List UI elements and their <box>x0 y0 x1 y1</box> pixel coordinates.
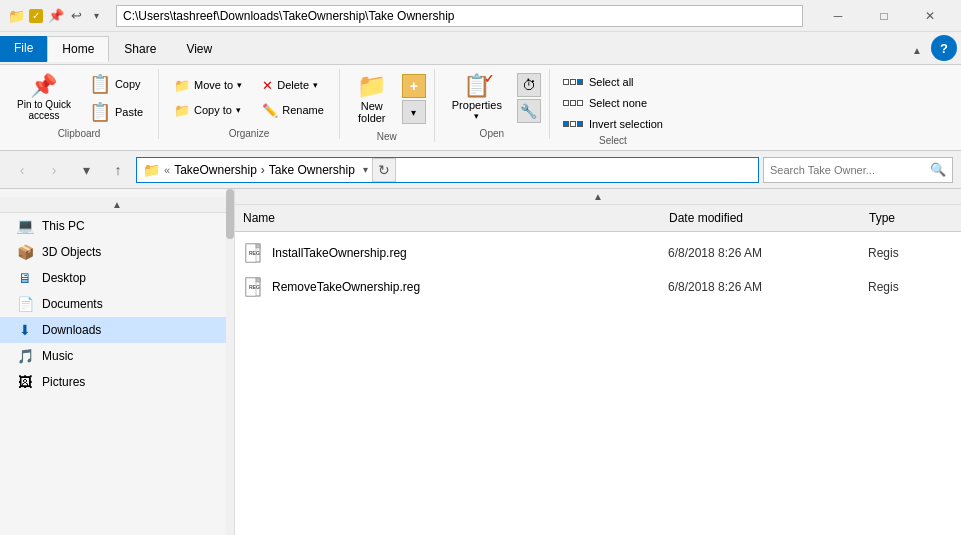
paste-button[interactable]: 📋 Paste <box>82 99 150 125</box>
sidebar-label-music: Music <box>42 349 73 363</box>
invert-selection-button[interactable]: Invert selection <box>558 115 668 133</box>
titlebar-quick-access: 📁 ✓ 📌 ↩ ▾ <box>8 8 104 24</box>
new-folder-button[interactable]: 📁 Newfolder <box>348 69 396 129</box>
copy-button[interactable]: 📋 Copy <box>82 71 150 97</box>
sidebar-label-3d-objects: 3D Objects <box>42 245 101 259</box>
title-bar: 📁 ✓ 📌 ↩ ▾ C:\Users\tashreef\Downloads\Ta… <box>0 0 961 32</box>
sidebar-item-this-pc[interactable]: 💻 This PC <box>0 213 234 239</box>
tab-home[interactable]: Home <box>47 36 109 62</box>
ribbon-group-select: Select all Select none Invert selection <box>550 69 676 146</box>
sidebar-scrollbar[interactable] <box>226 189 234 535</box>
back-button[interactable]: ‹ <box>8 156 36 184</box>
maximize-button[interactable]: □ <box>861 0 907 32</box>
sidebar-item-downloads[interactable]: ⬇ Downloads <box>0 317 234 343</box>
tab-view[interactable]: View <box>171 36 227 62</box>
sidebar-label-documents: Documents <box>42 297 103 311</box>
up-button[interactable]: ↑ <box>104 156 132 184</box>
main-content: ▲ 💻 This PC 📦 3D Objects 🖥 Desktop 📄 Doc… <box>0 189 961 535</box>
file-area: ▲ Name Date modified Type <box>235 189 961 535</box>
titlebar-icon-back[interactable]: ↩ <box>68 8 84 24</box>
ribbon-content: 📌 Pin to Quickaccess 📋 Copy 📋 Paste Clip… <box>0 65 961 151</box>
file-type-cell-1: Regis <box>860 244 960 262</box>
file-date-cell-1: 6/8/2018 8:26 AM <box>660 244 860 262</box>
sidebar-item-pictures[interactable]: 🖼 Pictures <box>0 369 234 395</box>
titlebar-icon-dropdown[interactable]: ▾ <box>88 8 104 24</box>
titlebar-icon-pin[interactable]: 📌 <box>48 8 64 24</box>
paste-button-label: Paste <box>115 106 143 118</box>
rename-icon: ✏️ <box>262 103 278 118</box>
breadcrumb-guillemet: « <box>164 164 170 176</box>
titlebar-icon-folder[interactable]: 📁 <box>8 8 24 24</box>
pin-button-label: Pin to Quickaccess <box>17 99 71 121</box>
reg-file-icon-2: REG <box>244 277 264 297</box>
organize-col2: ✕ Delete ▾ ✏️ Rename <box>255 74 331 122</box>
file-row[interactable]: REG RemoveTakeOwnership.reg 6/8/2018 8:2… <box>235 270 961 304</box>
ribbon-help-button[interactable]: ? <box>931 35 957 61</box>
delete-dropdown-arrow: ▾ <box>313 80 318 90</box>
close-button[interactable]: ✕ <box>907 0 953 32</box>
sidebar-item-3d-objects[interactable]: 📦 3D Objects <box>0 239 234 265</box>
svg-rect-3 <box>256 244 260 248</box>
open-group-label: Open <box>480 128 504 139</box>
sidebar-scrollbar-thumb[interactable] <box>226 189 234 239</box>
sidebar-item-documents[interactable]: 📄 Documents <box>0 291 234 317</box>
ribbon-group-open: 📋 ✓ Properties ▾ ⏱ 🔧 Open <box>435 69 550 139</box>
organize-group-label: Organize <box>229 128 270 139</box>
new-buttons: 📁 Newfolder + ▾ <box>348 69 426 129</box>
properties-button[interactable]: 📋 ✓ Properties ▾ <box>443 70 511 126</box>
ribbon-tab-area: File Home Share View <box>0 36 905 61</box>
sidebar-item-music[interactable]: 🎵 Music <box>0 343 234 369</box>
delete-button[interactable]: ✕ Delete ▾ <box>255 74 331 97</box>
file-row[interactable]: REG InstallTakeOwnership.reg 6/8/2018 8:… <box>235 236 961 270</box>
copy-icon: 📋 <box>89 75 111 93</box>
column-header-type[interactable]: Type <box>861 209 961 227</box>
breadcrumb-item-takeownership[interactable]: TakeOwnership <box>174 163 257 177</box>
organize-buttons: 📁 Move to ▾ 📁 Copy to ▾ ✕ Delete ▾ ✏️ <box>167 69 331 126</box>
sidebar-scroll-up[interactable]: ▲ <box>0 197 234 213</box>
open-history-button[interactable]: ⏱ <box>517 73 541 97</box>
file-list-scroll-up[interactable]: ▲ <box>235 189 961 205</box>
pin-to-quick-access-button[interactable]: 📌 Pin to Quickaccess <box>8 70 80 126</box>
file-list: REG InstallTakeOwnership.reg 6/8/2018 8:… <box>235 232 961 535</box>
ribbon-group-new: 📁 Newfolder + ▾ New <box>340 69 435 142</box>
new-item-button[interactable]: + <box>402 74 426 98</box>
breadcrumb-bar: 📁 « TakeOwnership › Take Ownership ▾ ↻ <box>136 157 759 183</box>
new-item-sub-button[interactable]: ▾ <box>402 100 426 124</box>
search-bar: 🔍 <box>763 157 953 183</box>
downloads-icon: ⬇ <box>16 321 34 339</box>
file-date-cell-2: 6/8/2018 8:26 AM <box>660 278 860 296</box>
select-all-button[interactable]: Select all <box>558 73 668 91</box>
move-to-icon: 📁 <box>174 78 190 93</box>
breadcrumb-folder-icon: 📁 <box>143 162 160 178</box>
select-group-label: Select <box>599 135 627 146</box>
minimize-button[interactable]: ─ <box>815 0 861 32</box>
properties-dropdown-arrow: ▾ <box>474 111 479 121</box>
documents-icon: 📄 <box>16 295 34 313</box>
titlebar-icon-checkmark[interactable]: ✓ <box>28 8 44 24</box>
open-extra-button[interactable]: 🔧 <box>517 99 541 123</box>
tab-file[interactable]: File <box>0 36 47 62</box>
copy-to-button[interactable]: 📁 Copy to ▾ <box>167 99 249 122</box>
sidebar-label-downloads: Downloads <box>42 323 101 337</box>
column-header-date[interactable]: Date modified <box>661 209 861 227</box>
column-header-name[interactable]: Name <box>235 209 661 227</box>
breadcrumb-arrow: › <box>261 163 265 177</box>
recent-locations-button[interactable]: ▾ <box>72 156 100 184</box>
select-all-icon <box>563 79 583 85</box>
search-input[interactable] <box>770 164 930 176</box>
breadcrumb-item-take-ownership[interactable]: Take Ownership <box>269 163 355 177</box>
search-icon[interactable]: 🔍 <box>930 162 946 177</box>
refresh-button[interactable]: ↻ <box>372 158 396 182</box>
select-none-button[interactable]: Select none <box>558 94 668 112</box>
properties-button-label: Properties <box>452 99 502 111</box>
copy-to-icon: 📁 <box>174 103 190 118</box>
rename-button[interactable]: ✏️ Rename <box>255 99 331 122</box>
ribbon-collapse-button[interactable]: ▲ <box>907 40 927 60</box>
tab-share[interactable]: Share <box>109 36 171 62</box>
move-to-button[interactable]: 📁 Move to ▾ <box>167 74 249 97</box>
forward-button[interactable]: › <box>40 156 68 184</box>
file-name-cell: REG InstallTakeOwnership.reg <box>236 241 660 265</box>
sidebar-item-desktop[interactable]: 🖥 Desktop <box>0 265 234 291</box>
breadcrumb-dropdown-button[interactable]: ▾ <box>363 164 368 175</box>
sidebar: ▲ 💻 This PC 📦 3D Objects 🖥 Desktop 📄 Doc… <box>0 189 235 535</box>
